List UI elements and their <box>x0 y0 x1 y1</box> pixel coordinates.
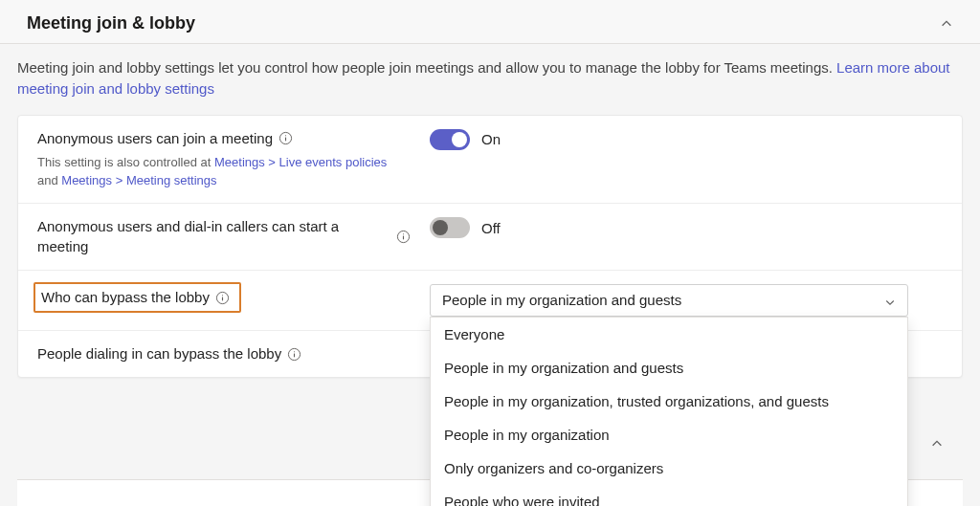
section-description: Meeting join and lobby settings let you … <box>0 44 980 115</box>
chevron-up-icon[interactable] <box>930 437 944 451</box>
setting-anonymous-join: Anonymous users can join a meeting This … <box>18 116 962 205</box>
description-text: Meeting join and lobby settings let you … <box>17 59 836 76</box>
dropdown-option[interactable]: Only organizers and co-organizers <box>431 451 907 485</box>
chevron-up-icon <box>940 17 953 31</box>
dropdown-option[interactable]: People who were invited <box>431 485 907 506</box>
svg-point-3 <box>403 233 404 234</box>
chevron-down-icon <box>884 295 896 306</box>
setting-label: People dialing in can bypass the lobby <box>37 344 301 363</box>
svg-point-7 <box>294 351 295 352</box>
select-value: People in my organization and guests <box>442 292 681 308</box>
switch[interactable] <box>430 129 470 150</box>
highlighted-setting: Who can bypass the lobby <box>33 282 241 313</box>
svg-point-5 <box>222 295 223 296</box>
dropdown-option[interactable]: People in my organization <box>431 418 907 451</box>
dropdown-option[interactable]: Everyone <box>431 318 907 351</box>
link-live-events-policies[interactable]: Meetings > Live events policies <box>214 155 387 169</box>
dropdown-option[interactable]: People in my organization and guests <box>431 351 907 385</box>
info-icon[interactable] <box>215 291 230 305</box>
info-icon[interactable] <box>287 347 301 362</box>
switch[interactable] <box>430 217 470 238</box>
setting-label: Who can bypass the lobby <box>41 288 230 307</box>
toggle-state-label: On <box>481 131 501 147</box>
info-icon[interactable] <box>396 230 411 244</box>
bypass-lobby-select[interactable]: People in my organization and guests <box>430 284 908 317</box>
svg-point-1 <box>285 135 286 136</box>
section-header[interactable]: Meeting join & lobby <box>0 0 980 44</box>
setting-anonymous-start: Anonymous users and dial-in callers can … <box>18 204 962 271</box>
bypass-lobby-select-wrap: People in my organization and guests Eve… <box>430 284 908 317</box>
info-icon[interactable] <box>278 131 293 145</box>
meeting-join-lobby-panel: Meeting join & lobby Meeting join and lo… <box>0 0 980 506</box>
toggle-state-label: Off <box>481 220 501 236</box>
settings-card: Anonymous users can join a meeting This … <box>17 115 963 379</box>
link-meeting-settings[interactable]: Meetings > Meeting settings <box>61 173 216 187</box>
section-title: Meeting join & lobby <box>27 13 195 33</box>
setting-label: Anonymous users can join a meeting <box>37 129 293 148</box>
toggle-anonymous-start[interactable]: Off <box>430 217 501 238</box>
setting-subtext: This setting is also controlled at Meeti… <box>37 154 411 190</box>
setting-bypass-lobby: Who can bypass the lobby People in my or… <box>18 271 962 331</box>
toggle-anonymous-join[interactable]: On <box>430 129 501 150</box>
dropdown-option[interactable]: People in my organization, trusted organ… <box>431 385 907 418</box>
bypass-lobby-dropdown: Everyone People in my organization and g… <box>430 317 908 506</box>
setting-label: Anonymous users and dial-in callers can … <box>37 217 411 256</box>
